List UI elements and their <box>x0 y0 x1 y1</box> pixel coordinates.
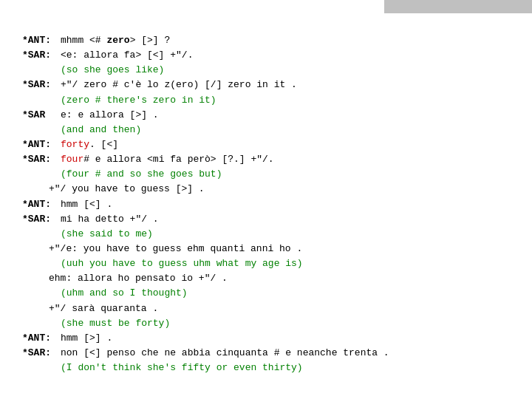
line-17: ehm: allora ho pensato io +"/ . <box>22 271 510 286</box>
speaker-sar-4: *SAR: <box>22 152 61 167</box>
line-23: (I don't think she's fifty or even thirt… <box>22 361 510 375</box>
speaker-sar-6: *SAR: <box>22 346 61 361</box>
speaker-sar-1: *SAR: <box>22 48 61 63</box>
line-16-text: (uuh you have to guess uhm what my age i… <box>61 258 303 269</box>
speaker-ant-4: *ANT: <box>22 331 61 346</box>
line-5-text: (zero # there's zero in it) <box>61 95 216 106</box>
line-18-text: (uhm and so I thought) <box>61 287 188 299</box>
line-10: (four # and so she goes but) <box>22 167 510 182</box>
line-7-text: (and and then) <box>61 124 141 135</box>
line-1: *ANT: mhmm <# zero> [>] ? <box>22 33 510 48</box>
line-1-text: mhmm <# zero> [>] ? <box>61 33 170 48</box>
speaker-sar-5: *SAR: <box>22 212 61 227</box>
line-4: *SAR: +"/ zero # c'è lo z(ero) [/] zero … <box>22 78 510 92</box>
speaker-sar-3: *SAR <box>22 108 61 123</box>
line-4-text: +"/ zero # c'è lo z(ero) [/] zero in it … <box>61 78 297 92</box>
line-20-text: (she must be forty) <box>61 318 170 329</box>
line-14-text: (she said to me) <box>61 228 153 239</box>
line-9-text-black: # e allora <mi fa però> [?.] +"/. <box>83 152 273 167</box>
line-16: (uuh you have to guess uhm what my age i… <box>22 256 510 271</box>
line-6: *SAR e: e allora [>] . <box>22 108 510 123</box>
line-17-text: ehm: allora ho pensato io +"/ . <box>49 273 228 284</box>
line-13: *SAR: mi ha detto +"/ . <box>22 212 510 227</box>
line-22: *SAR: non [<] penso che ne abbia cinquan… <box>22 346 510 361</box>
line-14: (she said to me) <box>22 227 510 242</box>
line-21: *ANT: hmm [>] . <box>22 331 510 346</box>
line-23-text: (I don't think she's fifty or even thirt… <box>61 362 303 373</box>
line-18: (uhm and so I thought) <box>22 286 510 301</box>
line-9-text-red: four <box>61 152 83 167</box>
speaker-sar-2: *SAR: <box>22 78 61 92</box>
line-13-text: mi ha detto +"/ . <box>61 212 159 227</box>
line-21-text: hmm [>] . <box>61 331 112 346</box>
top-bar <box>384 0 532 13</box>
line-15: +"/e: you have to guess ehm quanti anni … <box>22 242 510 256</box>
line-8-text-red: forty <box>61 137 89 152</box>
line-19: +"/ sarà quaranta . <box>22 301 510 316</box>
speaker-ant-2: *ANT: <box>22 137 61 152</box>
line-3-text: (so she goes like) <box>61 64 164 75</box>
line-10-text: (four # and so she goes but) <box>61 168 222 180</box>
line-11: +"/ you have to guess [>] . <box>22 182 510 197</box>
speaker-ant-3: *ANT: <box>22 197 61 212</box>
speaker-ant-1: *ANT: <box>22 33 61 48</box>
line-11-text: +"/ you have to guess [>] . <box>49 183 205 194</box>
line-15-text: +"/e: you have to guess ehm quanti anni … <box>49 243 302 254</box>
content-area: *ANT: mhmm <# zero> [>] ? *SAR: <e: allo… <box>0 0 532 390</box>
line-22-text: non [<] penso che ne abbia cinquanta # e… <box>61 346 389 361</box>
line-7: (and and then) <box>22 123 510 137</box>
line-12: *ANT: hmm [<] . <box>22 197 510 212</box>
line-19-text: +"/ sarà quaranta . <box>49 303 158 314</box>
line-20: (she must be forty) <box>22 316 510 331</box>
line-9: *SAR: four # e allora <mi fa però> [?.] … <box>22 152 510 167</box>
line-8: *ANT: forty. [<] <box>22 137 510 152</box>
line-8-text-black: . [<] <box>89 137 118 152</box>
line-2-text: <e: allora fa> [<] +"/. <box>61 48 193 63</box>
line-5: (zero # there's zero in it) <box>22 93 510 108</box>
line-3: (so she goes like) <box>22 63 510 78</box>
line-2: *SAR: <e: allora fa> [<] +"/. <box>22 48 510 63</box>
line-6-text: e: e allora [>] . <box>61 108 159 123</box>
line-12-text: hmm [<] . <box>61 197 112 212</box>
